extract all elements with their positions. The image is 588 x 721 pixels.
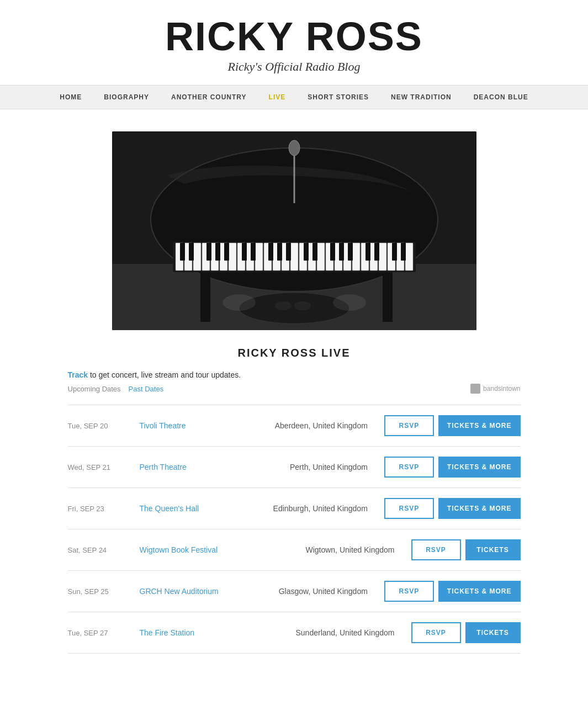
- event-venue: The Queen's Hall: [140, 503, 250, 513]
- svg-rect-34: [215, 243, 220, 261]
- svg-rect-47: [374, 243, 379, 261]
- event-venue-link[interactable]: Tivoli Theatre: [140, 421, 186, 430]
- rsvp-button[interactable]: RSVP: [384, 457, 434, 478]
- svg-point-56: [289, 140, 300, 156]
- nav-item-deacon-blue[interactable]: DEACON BLUE: [463, 86, 539, 109]
- event-row: Sat, SEP 24 Wigtown Book Festival Wigtow…: [68, 529, 521, 571]
- nav-item-biography[interactable]: BIOGRAPHY: [93, 86, 160, 109]
- upcoming-dates-tab[interactable]: Upcoming Dates: [68, 385, 121, 393]
- svg-rect-31: [180, 243, 185, 261]
- svg-rect-35: [224, 243, 229, 261]
- event-location: Sunderland, United Kingdom: [256, 628, 406, 637]
- svg-rect-49: [401, 243, 406, 261]
- rsvp-button[interactable]: RSVP: [411, 622, 461, 643]
- event-venue-link[interactable]: The Fire Station: [140, 628, 195, 637]
- nav-item-home[interactable]: HOME: [49, 86, 93, 109]
- site-header: RICKY ROSS Ricky's Official Radio Blog: [0, 0, 588, 85]
- past-dates-tab[interactable]: Past Dates: [129, 385, 164, 393]
- dates-tabs: Upcoming Dates Past Dates: [68, 385, 164, 393]
- event-date: Sun, SEP 25: [68, 587, 134, 596]
- event-actions: RSVP TICKETS & MORE: [384, 498, 521, 519]
- event-location: Glasgow, United Kingdom: [256, 587, 379, 596]
- svg-rect-46: [365, 243, 370, 261]
- live-section-title: RICKY ROSS LIVE: [68, 347, 521, 359]
- svg-rect-6: [193, 243, 201, 271]
- tickets-button[interactable]: TICKETS & MORE: [438, 498, 521, 519]
- track-line: Track to get concert, live stream and to…: [68, 370, 521, 379]
- svg-rect-39: [277, 243, 282, 261]
- svg-rect-50: [200, 272, 210, 322]
- svg-rect-30: [405, 243, 413, 271]
- svg-point-58: [333, 294, 366, 311]
- rsvp-button[interactable]: RSVP: [384, 498, 434, 519]
- event-date: Tue, SEP 20: [68, 422, 134, 430]
- event-venue: Wigtown Book Festival: [140, 545, 250, 555]
- event-venue: The Fire Station: [140, 628, 250, 638]
- event-date: Fri, SEP 23: [68, 505, 134, 513]
- svg-rect-13: [255, 243, 263, 271]
- rsvp-button[interactable]: RSVP: [384, 415, 434, 436]
- event-venue: GRCH New Auditorium: [140, 586, 250, 596]
- svg-rect-27: [379, 243, 386, 271]
- svg-rect-24: [352, 243, 360, 271]
- svg-rect-41: [304, 243, 309, 261]
- rsvp-button[interactable]: RSVP: [384, 581, 434, 602]
- event-date: Tue, SEP 27: [68, 629, 134, 637]
- svg-point-54: [294, 301, 311, 310]
- nav-item-another-country[interactable]: ANOTHER COUNTRY: [160, 86, 258, 109]
- main-nav: HOMEBIOGRAPHYANOTHER COUNTRYLIVESHORT ST…: [0, 85, 588, 109]
- main-content: RICKY ROSS LIVE Track to get concert, li…: [46, 347, 543, 687]
- tickets-button[interactable]: TICKETS & MORE: [438, 581, 521, 602]
- svg-rect-32: [189, 243, 194, 261]
- svg-point-53: [275, 301, 292, 310]
- svg-rect-33: [206, 243, 211, 261]
- events-list: Tue, SEP 20 Tivoli Theatre Aberdeen, Uni…: [68, 405, 521, 654]
- event-venue: Tivoli Theatre: [140, 421, 250, 431]
- tickets-button[interactable]: TICKETS & MORE: [438, 457, 521, 478]
- bandsintown-label: bandsintown: [483, 385, 520, 393]
- event-actions: RSVP TICKETS & MORE: [384, 457, 521, 478]
- event-date: Sat, SEP 24: [68, 546, 134, 554]
- tickets-button[interactable]: TICKETS: [465, 539, 521, 560]
- svg-point-52: [239, 293, 349, 324]
- event-actions: RSVP TICKETS: [411, 622, 521, 643]
- event-venue-link[interactable]: GRCH New Auditorium: [140, 587, 219, 596]
- event-actions: RSVP TICKETS & MORE: [384, 415, 521, 436]
- event-location: Perth, United Kingdom: [256, 463, 379, 471]
- event-row: Tue, SEP 20 Tivoli Theatre Aberdeen, Uni…: [68, 405, 521, 447]
- event-date: Wed, SEP 21: [68, 463, 134, 471]
- event-actions: RSVP TICKETS: [411, 539, 521, 560]
- event-row: Fri, SEP 23 The Queen's Hall Edinburgh, …: [68, 488, 521, 529]
- site-title: RICKY ROSS: [11, 17, 577, 56]
- event-row: Wed, SEP 21 Perth Theatre Perth, United …: [68, 447, 521, 488]
- tickets-button[interactable]: TICKETS: [465, 622, 521, 643]
- piano-image: [112, 131, 476, 330]
- nav-item-new-tradition[interactable]: NEW TRADITION: [380, 86, 463, 109]
- site-subtitle: Ricky's Official Radio Blog: [11, 60, 577, 74]
- svg-rect-36: [242, 243, 247, 261]
- tickets-button[interactable]: TICKETS & MORE: [438, 415, 521, 436]
- nav-item-live[interactable]: LIVE: [258, 86, 297, 109]
- svg-rect-42: [312, 243, 317, 261]
- event-row: Sun, SEP 25 GRCH New Auditorium Glasgow,…: [68, 571, 521, 612]
- event-actions: RSVP TICKETS & MORE: [384, 581, 521, 602]
- event-venue-link[interactable]: The Queen's Hall: [140, 504, 199, 513]
- svg-point-57: [223, 294, 256, 311]
- svg-rect-17: [290, 243, 298, 271]
- svg-rect-10: [229, 243, 236, 271]
- track-link[interactable]: Track: [68, 370, 88, 379]
- event-venue-link[interactable]: Wigtown Book Festival: [140, 545, 218, 554]
- rsvp-button[interactable]: RSVP: [411, 539, 461, 560]
- svg-rect-37: [251, 243, 256, 261]
- svg-rect-43: [330, 243, 335, 261]
- bandsintown-icon: [470, 384, 480, 394]
- svg-rect-44: [339, 243, 344, 261]
- bandsintown-logo: bandsintown: [470, 384, 520, 394]
- svg-rect-20: [317, 243, 325, 271]
- nav-item-short-stories[interactable]: SHORT STORIES: [296, 86, 380, 109]
- svg-rect-45: [348, 243, 353, 261]
- event-venue: Perth Theatre: [140, 462, 250, 472]
- event-venue-link[interactable]: Perth Theatre: [140, 463, 187, 471]
- event-location: Wigtown, United Kingdom: [256, 545, 406, 554]
- hero-section: [0, 109, 588, 347]
